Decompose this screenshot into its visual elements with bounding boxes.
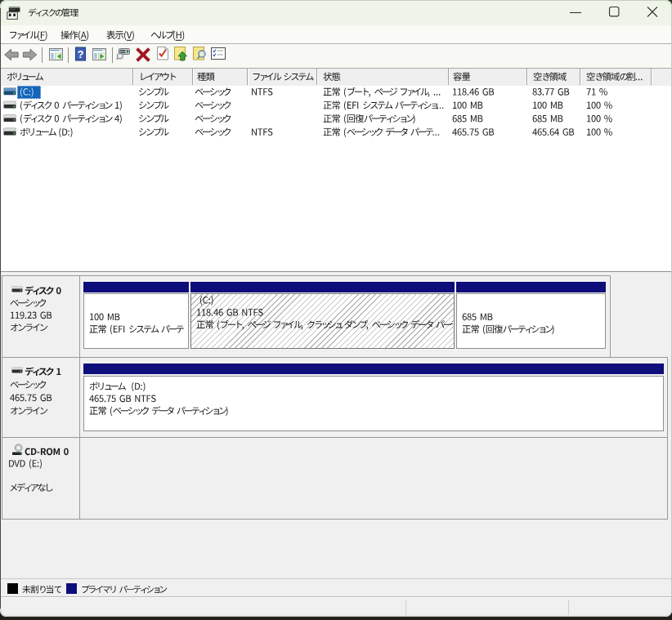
svg-text:?: ?: [78, 48, 84, 60]
